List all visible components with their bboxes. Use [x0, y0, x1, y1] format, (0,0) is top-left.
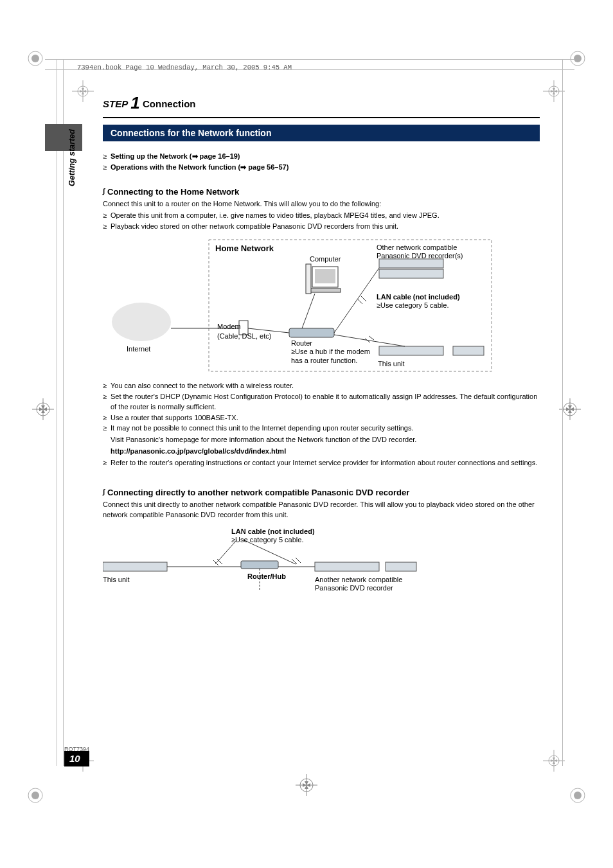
trim-line: [45, 59, 574, 60]
crop-mark-icon: [296, 774, 317, 796]
svg-line-72: [334, 268, 379, 333]
svg-marker-41: [551, 90, 554, 93]
svg-marker-54: [553, 761, 555, 764]
label-modem: Modem: [217, 322, 241, 331]
label-computer: Computer: [310, 254, 341, 263]
svg-marker-56: [554, 759, 557, 762]
reference-line: ≥Operations with the Network function (➡…: [103, 163, 540, 173]
label-this-unit: This unit: [103, 575, 130, 584]
label-modem2: (Cable, DSL, etc): [217, 332, 271, 341]
subsection-heading: ∫Connecting directly to another network …: [103, 488, 540, 497]
bullet-text: It may not be possible to connect this u…: [111, 423, 413, 434]
svg-point-7: [574, 792, 582, 799]
svg-marker-40: [553, 91, 555, 94]
step-number: 1: [130, 93, 139, 112]
svg-rect-62: [315, 269, 335, 283]
bullet-text: Use a router that supports 100BASE-TX.: [111, 413, 238, 423]
label-internet: Internet: [127, 344, 150, 353]
svg-marker-39: [553, 88, 555, 91]
bullet-text: Refer to the router's operating instruct…: [111, 458, 537, 468]
section-heading: Connections for the Network function: [103, 125, 540, 141]
svg-line-67: [302, 294, 315, 328]
print-header: 7394en.book Page 10 Wednesday, March 30,…: [77, 64, 536, 71]
step-title: STEP 1 Connection: [103, 93, 540, 113]
svg-rect-82: [315, 562, 379, 571]
step-rest: Connection: [140, 98, 196, 109]
svg-rect-65: [289, 328, 334, 337]
trim-line: [562, 59, 563, 766]
svg-point-58: [112, 303, 171, 341]
registration-mark-icon: [27, 787, 44, 804]
bullet-item: ≥Playback video stored on other network …: [103, 222, 540, 232]
svg-rect-70: [379, 346, 443, 355]
svg-line-77: [369, 336, 374, 340]
reference-line: ≥Setting up the Network (➡ page 16–19): [103, 152, 540, 162]
side-tab-label: Getting started: [67, 129, 76, 186]
svg-line-90: [296, 558, 301, 563]
svg-marker-33: [82, 91, 84, 94]
title-rule: [103, 117, 540, 118]
trim-line: [63, 59, 64, 766]
label-router-hub: Router/Hub: [247, 572, 286, 581]
bullet-text: Operate this unit from a computer, i.e. …: [111, 211, 440, 221]
label-lan-note: ≥Use category 5 cable.: [377, 301, 449, 310]
diagram-title: Home Network: [215, 244, 274, 254]
crop-mark-icon: [543, 750, 565, 772]
svg-marker-34: [80, 90, 83, 93]
registration-mark-icon: [569, 50, 586, 67]
crop-mark-icon: [543, 80, 565, 102]
subsection-heading-text: Connecting directly to another network c…: [107, 488, 409, 497]
bullet-item: ≥It may not be possible to connect this …: [103, 423, 540, 434]
svg-marker-42: [554, 90, 557, 93]
content-area: STEP 1 Connection Connections for the Ne…: [103, 93, 540, 598]
label-router-note: ≥Use a hub if the modem has a router fun…: [291, 347, 375, 366]
body-text: Connect this unit to a router on the Hom…: [103, 199, 540, 209]
bullet-text: Playback video stored on other network c…: [111, 222, 398, 232]
svg-rect-80: [241, 561, 278, 569]
svg-rect-71: [453, 346, 484, 355]
registration-mark-icon: [27, 50, 44, 67]
crop-mark-icon: [32, 398, 54, 420]
svg-line-74: [357, 299, 362, 304]
label-this-unit: This unit: [378, 359, 405, 368]
direct-connection-diagram: LAN cable (not included) ≥Use category 5…: [103, 527, 437, 598]
reference-text: Operations with the Network function (➡ …: [111, 163, 289, 173]
svg-rect-63: [310, 288, 341, 292]
bullet-item: ≥Refer to the router's operating instruc…: [103, 458, 540, 468]
svg-rect-83: [386, 562, 416, 571]
svg-line-75: [361, 296, 366, 301]
svg-marker-53: [553, 757, 555, 761]
bullet-item: ≥Set the router's DHCP (Dynamic Host Con…: [103, 392, 540, 412]
bullet-item: ≥Use a router that supports 100BASE-TX.: [103, 413, 540, 423]
svg-point-3: [574, 55, 582, 62]
bullet-item: ≥Operate this unit from a computer, i.e.…: [103, 211, 540, 221]
svg-rect-64: [306, 264, 311, 294]
bullet-text: You can also connect to the network with…: [111, 381, 294, 391]
label-lan-note: ≥Use category 5 cable.: [231, 535, 303, 544]
side-tab-box: [45, 124, 82, 151]
svg-marker-32: [82, 88, 84, 91]
page-number: 10: [64, 751, 89, 766]
svg-point-1: [31, 55, 39, 62]
svg-marker-35: [83, 90, 86, 93]
reference-url: http://panasonic.co.jp/pavc/global/cs/dv…: [111, 447, 540, 457]
subsection-heading-text: Connecting to the Home Network: [107, 187, 239, 197]
subsection-heading: ∫Connecting to the Home Network: [103, 187, 540, 197]
registration-mark-icon: [569, 787, 586, 804]
trim-line: [57, 59, 57, 766]
svg-marker-55: [551, 759, 554, 762]
svg-point-5: [31, 792, 39, 799]
label-other-recorder2: Panasonic DVD recorder: [315, 583, 393, 592]
body-text: Visit Panasonic's homepage for more info…: [111, 435, 540, 445]
home-network-diagram: Home Network Internet Modem (Cable, DSL,…: [109, 238, 495, 373]
svg-rect-78: [103, 562, 167, 571]
page: 7394en.book Page 10 Wednesday, March 30,…: [0, 0, 613, 868]
svg-rect-69: [379, 269, 443, 278]
reference-text: Setting up the Network (➡ page 16–19): [111, 152, 240, 162]
label-other-recorder2: Panasonic DVD recorder(s): [377, 251, 463, 260]
body-text: Connect this unit directly to another ne…: [103, 500, 540, 520]
crop-mark-icon: [72, 80, 94, 102]
bullet-item: ≥You can also connect to the network wit…: [103, 381, 540, 391]
bullet-text: Set the router's DHCP (Dynamic Host Conf…: [111, 392, 540, 412]
step-word: STEP: [103, 98, 128, 109]
